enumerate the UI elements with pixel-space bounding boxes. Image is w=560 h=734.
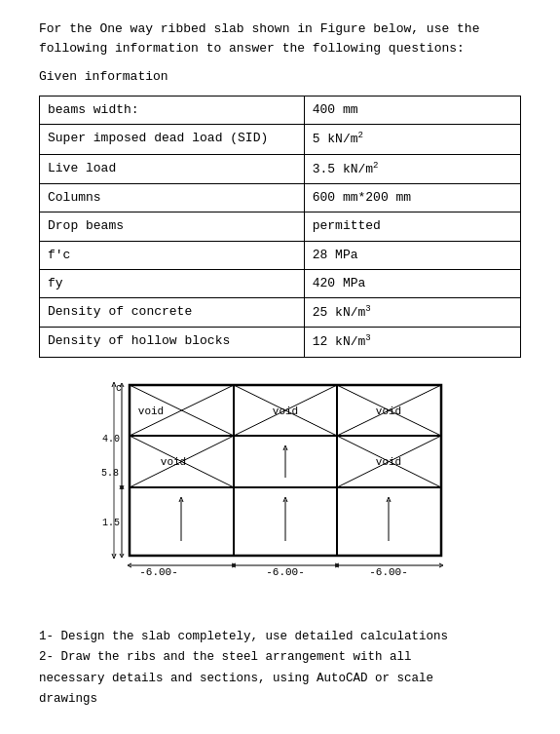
- table-cell-label: Density of concrete: [40, 297, 305, 328]
- dim-left-15: 1.5: [102, 518, 120, 528]
- slab-diagram: void void void void void c 4.0: [100, 375, 461, 609]
- questions-section: 1- Design the slab completely, use detai…: [39, 627, 521, 710]
- void-label-3: void: [375, 406, 400, 417]
- void-label-2: void: [272, 406, 297, 417]
- table-row: Drop beamspermitted: [40, 212, 521, 241]
- table-cell-value: 25 kN/m3: [304, 297, 520, 328]
- table-cell-label: f'c: [40, 241, 305, 269]
- table-row: Super imposed dead load (SID)5 kN/m2: [40, 125, 521, 155]
- table-cell-value: 5 kN/m2: [304, 125, 520, 155]
- question-2a: 2- Draw the ribs and the steel arrangeme…: [39, 647, 521, 668]
- table-cell-label: beams width:: [40, 97, 305, 125]
- table-cell-label: Columns: [40, 184, 305, 212]
- slab-diagram-container: void void void void void c 4.0: [39, 375, 521, 609]
- table-cell-value: permitted: [304, 212, 520, 241]
- dim-bot-3: -6.00-: [369, 566, 408, 578]
- table-cell-value: 600 mm*200 mm: [304, 184, 520, 212]
- table-cell-value: 3.5 kN/m2: [304, 154, 520, 184]
- intro-line1: For the One way ribbed slab shown in Fig…: [39, 21, 479, 36]
- table-cell-value: 400 mm: [304, 97, 520, 125]
- table-cell-label: Density of hollow blocks: [40, 328, 305, 358]
- table-row: fy420 MPa: [40, 269, 521, 297]
- void-label-5: void: [375, 456, 400, 468]
- table-row: Live load3.5 kN/m2: [40, 154, 521, 184]
- table-row: Density of concrete25 kN/m3: [40, 297, 521, 328]
- question-1: 1- Design the slab completely, use detai…: [39, 627, 521, 647]
- table-row: Density of hollow blocks12 kN/m3: [40, 328, 521, 358]
- given-info-table: beams width:400 mmSuper imposed dead loa…: [39, 96, 521, 358]
- table-cell-value: 28 MPa: [304, 241, 520, 269]
- table-row: beams width:400 mm: [40, 97, 521, 125]
- dim-bot-1: -6.00-: [139, 566, 178, 578]
- table-cell-label: Live load: [40, 154, 305, 184]
- void-label-1: void: [137, 406, 163, 417]
- question-2b: necessary details and sections, using Au…: [39, 669, 521, 689]
- table-row: f'c28 MPa: [40, 241, 521, 269]
- given-info-label: Given information: [39, 69, 521, 84]
- question-2c: drawings: [39, 689, 521, 710]
- table-cell-value: 420 MPa: [304, 269, 520, 297]
- dim-bot-2: -6.00-: [266, 566, 305, 578]
- table-cell-label: fy: [40, 269, 305, 297]
- intro-line2: following information to answer the foll…: [39, 41, 465, 56]
- dim-left-4: 4.0: [102, 434, 120, 444]
- intro-paragraph: For the One way ribbed slab shown in Fig…: [39, 19, 521, 58]
- dim-left-58: 5.8: [101, 468, 119, 479]
- table-cell-label: Drop beams: [40, 212, 305, 241]
- table-cell-value: 12 kN/m3: [304, 328, 520, 358]
- void-label-4: void: [160, 456, 185, 468]
- table-cell-label: Super imposed dead load (SID): [40, 125, 305, 155]
- table-row: Columns600 mm*200 mm: [40, 184, 521, 212]
